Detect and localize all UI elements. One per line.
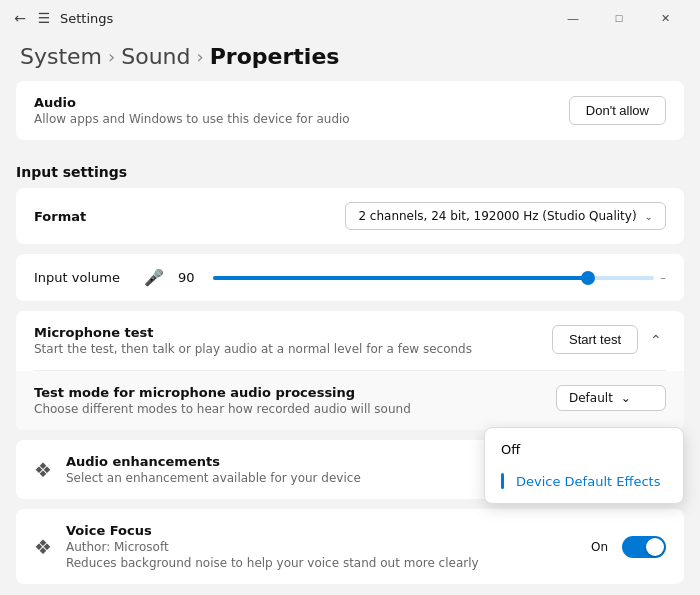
voice-focus-label: Voice Focus	[66, 523, 577, 538]
format-card: Format 2 channels, 24 bit, 192000 Hz (St…	[16, 188, 684, 244]
audio-label: Audio	[34, 95, 350, 110]
voice-focus-card: ❖ Voice Focus Author: Microsoft Reduces …	[16, 509, 684, 584]
chevron-down-icon: ⌄	[621, 391, 631, 405]
chevron-down-icon: ⌄	[645, 211, 653, 222]
input-volume-card: Input volume 🎤 90 –	[16, 254, 684, 301]
microphone-icon: 🎤	[144, 268, 164, 287]
breadcrumb-system[interactable]: System	[20, 44, 102, 69]
test-mode-wrapper: Test mode for microphone audio processin…	[16, 371, 684, 430]
breadcrumb-sep-1: ›	[108, 46, 115, 67]
volume-slider-thumb[interactable]	[581, 271, 595, 285]
mic-test-label: Microphone test	[34, 325, 472, 340]
selected-indicator	[501, 473, 504, 489]
audio-desc: Allow apps and Windows to use this devic…	[34, 112, 350, 126]
voice-focus-author: Author: Microsoft	[66, 540, 577, 554]
test-mode-value: Default	[569, 391, 613, 405]
minimize-button[interactable]: —	[550, 2, 596, 34]
volume-number: 90	[178, 270, 195, 285]
breadcrumb-sep-2: ›	[197, 46, 204, 67]
volume-slider-track[interactable]	[213, 276, 654, 280]
dropdown-option-off[interactable]: Off	[485, 434, 683, 465]
audio-card: Audio Allow apps and Windows to use this…	[16, 81, 684, 140]
dropdown-option-device-default[interactable]: Device Default Effects	[485, 465, 683, 497]
breadcrumb-sound[interactable]: Sound	[121, 44, 190, 69]
format-label: Format	[34, 209, 86, 224]
test-mode-label: Test mode for microphone audio processin…	[34, 385, 411, 400]
collapse-mic-test-icon[interactable]: ⌃	[646, 328, 666, 352]
toggle-container: On	[591, 536, 666, 558]
breadcrumb-current: Properties	[210, 44, 340, 69]
volume-slider-container: –	[213, 271, 666, 285]
option-device-default-label: Device Default Effects	[516, 474, 660, 489]
toggle-label: On	[591, 540, 608, 554]
breadcrumb: System › Sound › Properties	[0, 36, 700, 81]
dont-allow-button[interactable]: Don't allow	[569, 96, 666, 125]
volume-slider-fill	[213, 276, 588, 280]
hamburger-icon[interactable]: ☰	[36, 10, 52, 26]
main-content: Audio Allow apps and Windows to use this…	[0, 81, 700, 595]
test-mode-dropdown[interactable]: Default ⌄	[556, 385, 666, 411]
option-off-label: Off	[501, 442, 520, 457]
title-bar: ← ☰ Settings — □ ✕	[0, 0, 700, 36]
test-mode-desc: Choose different modes to hear how recor…	[34, 402, 411, 416]
test-mode-row: Test mode for microphone audio processin…	[16, 371, 684, 430]
voice-focus-desc: Reduces background noise to help your vo…	[66, 556, 577, 570]
voice-focus-toggle[interactable]	[622, 536, 666, 558]
slider-end-icon: –	[660, 271, 666, 285]
start-test-button[interactable]: Start test	[552, 325, 638, 354]
mic-test-desc: Start the test, then talk or play audio …	[34, 342, 472, 356]
format-value: 2 channels, 24 bit, 192000 Hz (Studio Qu…	[358, 209, 636, 223]
window-controls: — □ ✕	[550, 2, 688, 34]
input-volume-label: Input volume	[34, 270, 134, 285]
input-settings-title: Input settings	[16, 150, 684, 188]
maximize-button[interactable]: □	[596, 2, 642, 34]
dropdown-popup: Off Device Default Effects	[484, 427, 684, 504]
window-title: Settings	[60, 11, 542, 26]
microphone-test-card: Microphone test Start the test, then tal…	[16, 311, 684, 430]
voice-focus-icon: ❖	[34, 535, 52, 559]
toggle-knob	[646, 538, 664, 556]
back-button[interactable]: ←	[12, 10, 28, 26]
format-dropdown[interactable]: 2 channels, 24 bit, 192000 Hz (Studio Qu…	[345, 202, 666, 230]
close-button[interactable]: ✕	[642, 2, 688, 34]
enhancement-icon: ❖	[34, 458, 52, 482]
